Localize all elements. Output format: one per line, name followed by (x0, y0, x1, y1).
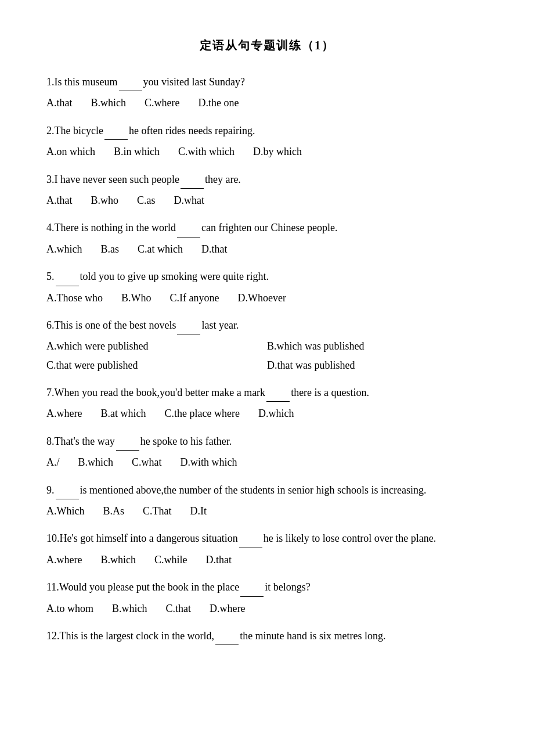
q3-blank (181, 170, 204, 189)
q3-opt-c: C.as (137, 191, 156, 210)
q5-opt-a: A.Those who (46, 289, 103, 307)
q11-opt-d: D.where (210, 599, 245, 618)
q10-opt-c: C.while (154, 550, 187, 569)
q2-text: 2.The bicycle he often rides needs repai… (46, 121, 488, 140)
q1-opt-d: D.the one (198, 93, 239, 112)
q2-blank (104, 121, 128, 140)
question-1: 1.Is this museum you visited last Sunday… (46, 72, 488, 113)
q10-opt-b: B.which (100, 550, 136, 569)
q9-options: A.Which B.As C.That D.It (46, 502, 488, 520)
q1-opt-b: B.which (91, 93, 127, 112)
q5-opt-c: C.If anyone (170, 289, 219, 307)
question-9: 9. is mentioned above,the number of the … (46, 480, 488, 521)
q11-options: A.to whom B.which C.that D.where (46, 599, 488, 618)
q8-opt-a: A./ (46, 453, 60, 471)
q1-options: A.that B.which C.where D.the one (46, 93, 488, 112)
q10-opt-a: A.where (46, 550, 82, 569)
q6-opt-d: D.that was published (267, 356, 488, 375)
q9-text: 9. is mentioned above,the number of the … (46, 480, 488, 499)
q9-blank (56, 480, 79, 499)
question-10: 10.He's got himself into a dangerous sit… (46, 528, 488, 569)
q4-blank (177, 218, 200, 237)
q4-opt-a: A.which (46, 240, 82, 258)
question-11: 11.Would you please put the book in the … (46, 577, 488, 618)
question-12: 12.This is the largest clock in the worl… (46, 626, 488, 645)
q11-opt-b: B.which (112, 599, 147, 618)
q2-opt-a: A.on which (46, 142, 95, 161)
q1-opt-a: A.that (46, 93, 73, 112)
q6-opt-b: B.which was published (267, 337, 488, 355)
q12-blank (215, 626, 239, 645)
question-7: 7.When you read the book,you'd better ma… (46, 383, 488, 423)
q10-opt-d: D.that (205, 550, 232, 569)
q1-text: 1.Is this museum you visited last Sunday… (46, 72, 488, 91)
q3-opt-a: A.that (46, 191, 73, 210)
q8-opt-b: B.which (78, 453, 114, 471)
q9-opt-d: D.It (190, 502, 207, 520)
question-3: 3.I have never seen such people they are… (46, 170, 488, 210)
q1-opt-c: C.where (145, 93, 179, 112)
q5-opt-d: D.Whoever (237, 289, 286, 307)
q3-text: 3.I have never seen such people they are… (46, 170, 488, 189)
q5-opt-b: B.Who (121, 289, 151, 307)
q2-options: A.on which B.in which C.with which D.by … (46, 142, 488, 161)
q11-text: 11.Would you please put the book in the … (46, 577, 488, 596)
question-4: 4.There is nothing in the world can frig… (46, 218, 488, 258)
q7-opt-a: A.where (46, 404, 82, 423)
q7-opt-d: D.which (258, 404, 294, 423)
q6-options: A.which were published B.which was publi… (46, 337, 488, 375)
question-8: 8.That's the way he spoke to his father.… (46, 431, 488, 472)
page-title: 定语从句专题训练（1） (46, 35, 488, 56)
q4-text: 4.There is nothing in the world can frig… (46, 218, 488, 237)
q7-opt-c: C.the place where (164, 404, 239, 423)
q8-blank (116, 431, 139, 451)
q3-opt-d: D.what (174, 191, 205, 210)
q8-opt-d: D.with which (181, 453, 237, 471)
q5-text: 5. told you to give up smoking were quit… (46, 267, 488, 286)
q3-options: A.that B.who C.as D.what (46, 191, 488, 210)
q1-blank (119, 72, 142, 91)
q6-opt-a: A.which were published (46, 337, 267, 355)
q8-text: 8.That's the way he spoke to his father. (46, 431, 488, 451)
q6-blank (177, 315, 200, 334)
question-6: 6.This is one of the best novels last ye… (46, 315, 488, 375)
q11-blank (240, 577, 264, 596)
q4-opt-b: B.as (101, 240, 120, 258)
q6-opt-c: C.that were published (46, 356, 267, 375)
q10-text: 10.He's got himself into a dangerous sit… (46, 528, 488, 548)
q2-opt-b: B.in which (114, 142, 160, 161)
q4-opt-d: D.that (201, 240, 228, 258)
question-5: 5. told you to give up smoking were quit… (46, 267, 488, 307)
q7-options: A.where B.at which C.the place where D.w… (46, 404, 488, 423)
q7-text: 7.When you read the book,you'd better ma… (46, 383, 488, 402)
q8-options: A./ B.which C.what D.with which (46, 453, 488, 471)
q9-opt-b: B.As (103, 502, 124, 520)
q5-options: A.Those who B.Who C.If anyone D.Whoever (46, 289, 488, 307)
q6-text: 6.This is one of the best novels last ye… (46, 315, 488, 334)
q7-blank (266, 383, 290, 402)
q12-text: 12.This is the largest clock in the worl… (46, 626, 488, 645)
q11-opt-c: C.that (166, 599, 192, 618)
q4-options: A.which B.as C.at which D.that (46, 240, 488, 258)
questions-container: 1.Is this museum you visited last Sunday… (46, 72, 488, 645)
q7-opt-b: B.at which (100, 404, 146, 423)
q3-opt-b: B.who (91, 191, 119, 210)
q9-opt-a: A.Which (46, 502, 84, 520)
q4-opt-c: C.at which (138, 240, 183, 258)
q2-opt-d: D.by which (253, 142, 302, 161)
q10-options: A.where B.which C.while D.that (46, 550, 488, 569)
q9-opt-c: C.That (143, 502, 172, 520)
q11-opt-a: A.to whom (46, 599, 93, 618)
q10-blank (239, 528, 262, 548)
q8-opt-c: C.what (132, 453, 162, 471)
question-2: 2.The bicycle he often rides needs repai… (46, 121, 488, 161)
q5-blank (56, 267, 79, 286)
q2-opt-c: C.with which (178, 142, 234, 161)
